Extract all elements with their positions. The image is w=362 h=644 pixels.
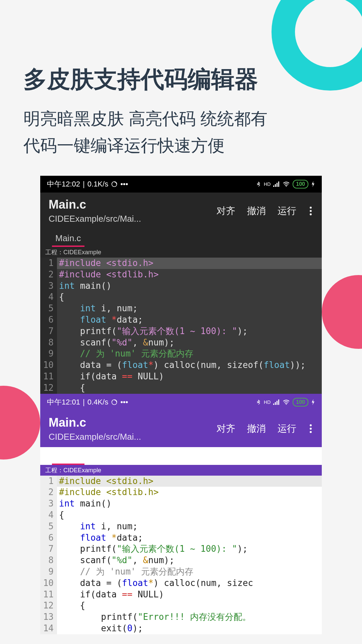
code-editor[interactable]: 1#include <stdio.h> 2#include <stdlib.h>… (40, 258, 322, 394)
run-button[interactable]: 运行 (278, 422, 296, 435)
align-button[interactable]: 对齐 (217, 205, 235, 217)
code-editor[interactable]: 1#include <stdio.h> 2#include <stdlib.h>… (40, 476, 322, 634)
hd-icon: HD (264, 399, 270, 405)
code-line: 1#include <stdio.h> (40, 476, 322, 487)
code-line: 11 if(data == NULL) (40, 371, 322, 382)
charging-icon (311, 181, 315, 187)
hero-title: 多皮肤支持代码编辑器 (23, 64, 339, 95)
code-line: 12 { (40, 600, 322, 611)
status-speed: 0.1K/s (87, 180, 108, 189)
more-menu-icon[interactable] (308, 205, 313, 217)
app-bar: Main.c CIDEExample/src/Mai... 对齐 撤消 运行 (40, 193, 322, 229)
code-line: 7 printf("输入元素个数(1 ~ 100): "); (40, 543, 322, 555)
hero-text: 多皮肤支持代码编辑器 明亮暗黑皮肤 高亮代码 统统都有 代码一键编译运行快速方便 (0, 0, 362, 176)
file-path: CIDEExample/src/Mai... (49, 432, 141, 442)
code-line: 9 // 为 'num' 元素分配内存 (40, 348, 322, 360)
tab-bar: Main.c (40, 447, 322, 465)
file-title: Main.c (49, 198, 141, 212)
code-line: 5 int i, num; (40, 521, 322, 532)
code-line: 7 printf("输入元素个数(1 ~ 100): "); (40, 326, 322, 337)
status-bar: 中午12:01 | 0.4K/s ••• HD 100 (40, 394, 322, 411)
code-line: 12 { (40, 382, 322, 394)
svg-rect-8 (275, 402, 276, 405)
hd-icon: HD (264, 181, 270, 187)
code-line: 1#include <stdio.h> (40, 258, 322, 269)
code-line: 10 data = (float*) calloc(num, sizeof(fl… (40, 360, 322, 371)
code-line: 6 float *data; (40, 532, 322, 544)
status-time: 中午12:01 (47, 397, 80, 407)
svg-point-5 (286, 186, 287, 187)
wifi-icon (283, 181, 290, 187)
svg-rect-10 (278, 399, 279, 405)
svg-point-11 (286, 404, 287, 405)
decorative-circle-pink-left (0, 386, 40, 460)
svg-rect-3 (277, 183, 278, 187)
status-speed: 0.4K/s (87, 398, 108, 407)
status-more: ••• (120, 398, 128, 407)
code-line: 2#include <stdlib.h> (40, 269, 322, 280)
tab-main-c[interactable]: Main.c (52, 231, 84, 247)
undo-button[interactable]: 撤消 (247, 205, 266, 217)
code-line: 10 data = (float*) calloc(num, sizec (40, 578, 322, 589)
phone-light-theme: 中午12:01 | 0.4K/s ••• HD 100 Main.c CIDEE… (40, 394, 322, 634)
hero-subtitle-2: 代码一键编译运行快速方便 (23, 132, 339, 159)
code-line: 14 exit(0); (40, 623, 322, 634)
svg-rect-9 (277, 401, 278, 405)
code-line: 6 float *data; (40, 314, 322, 326)
sync-icon (111, 399, 118, 406)
phone-dark-theme: 中午12:02 | 0.1K/s ••• HD 100 Main.c CIDEE… (40, 176, 322, 394)
app-bar: Main.c CIDEExample/src/Mai... 对齐 撤消 运行 (40, 411, 322, 447)
code-line: 4{ (40, 291, 322, 303)
code-line: 5 int i, num; (40, 303, 322, 314)
code-line: 8 scanf("%d", &num); (40, 337, 322, 348)
battery-indicator: 100 (293, 398, 308, 407)
code-line: 8 scanf("%d", &num); (40, 555, 322, 566)
tab-main-c[interactable]: Main.c (52, 449, 84, 465)
align-button[interactable]: 对齐 (217, 422, 235, 435)
file-path: CIDEExample/src/Mai... (49, 214, 141, 224)
more-menu-icon[interactable] (308, 423, 313, 435)
code-line: 3int main() (40, 280, 322, 292)
code-line: 11 if(data == NULL) (40, 589, 322, 600)
file-title: Main.c (49, 416, 141, 430)
svg-rect-2 (275, 184, 276, 187)
wifi-icon (283, 399, 290, 405)
battery-indicator: 100 (293, 180, 308, 189)
status-time: 中午12:02 (47, 179, 80, 189)
signal-icon (273, 181, 280, 187)
hero-subtitle-1: 明亮暗黑皮肤 高亮代码 统统都有 (23, 105, 339, 132)
bluetooth-icon (256, 181, 261, 187)
tab-bar: Main.c (40, 229, 322, 247)
code-line: 4{ (40, 509, 322, 521)
status-bar: 中午12:02 | 0.1K/s ••• HD 100 (40, 176, 322, 193)
project-label: 工程：CIDEExample (40, 247, 322, 258)
svg-rect-7 (273, 404, 274, 405)
code-line: 2#include <stdlib.h> (40, 487, 322, 498)
charging-icon (311, 399, 315, 405)
code-line: 3int main() (40, 498, 322, 509)
signal-icon (273, 399, 280, 405)
decorative-circle-pink-right (322, 275, 362, 349)
run-button[interactable]: 运行 (278, 205, 296, 217)
svg-rect-1 (273, 185, 274, 187)
undo-button[interactable]: 撤消 (247, 422, 266, 435)
status-more: ••• (120, 180, 128, 189)
bluetooth-icon (256, 399, 261, 406)
code-line: 13 printf("Error!!! 内存没有分配。 (40, 611, 322, 623)
project-label: 工程：CIDEExample (40, 465, 322, 476)
sync-icon (111, 181, 118, 187)
code-line: 9 // 为 'num' 元素分配内存 (40, 566, 322, 578)
svg-rect-4 (278, 181, 279, 187)
